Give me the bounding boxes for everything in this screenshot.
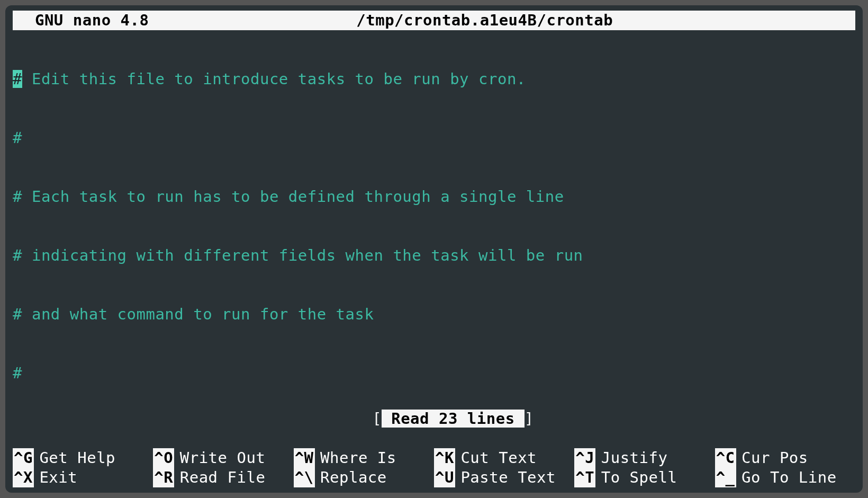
shortcut-go-to-line[interactable]: ^_Go To Line <box>715 468 855 487</box>
titlebar-right <box>820 11 852 30</box>
keycap: ^R <box>153 468 174 487</box>
shortcut-read-file[interactable]: ^RRead File <box>153 468 293 487</box>
keycap: ^W <box>294 448 315 468</box>
editor-line: # Each task to run has to be defined thr… <box>13 187 855 207</box>
keycap: ^G <box>13 448 34 468</box>
shortcut-to-spell[interactable]: ^TTo Spell <box>574 468 715 487</box>
shortcut-cut-text[interactable]: ^KCut Text <box>434 448 574 468</box>
keycap: ^K <box>434 448 455 468</box>
shortcut-paste-text[interactable]: ^UPaste Text <box>434 468 574 487</box>
shortcut-justify[interactable]: ^JJustify <box>574 448 715 468</box>
app-name: GNU nano 4.8 <box>16 11 149 30</box>
shortcut-label: Replace <box>320 468 387 487</box>
shortcut-bar-row-2: ^XExit ^RRead File ^\Replace ^UPaste Tex… <box>13 468 855 487</box>
shortcut-get-help[interactable]: ^GGet Help <box>13 448 153 468</box>
shortcut-label: Cut Text <box>460 448 537 468</box>
keycap: ^\ <box>294 468 315 487</box>
shortcut-label: Go To Line <box>742 468 837 487</box>
editor-line: # <box>13 363 855 383</box>
shortcut-label: Justify <box>601 448 668 468</box>
shortcut-exit[interactable]: ^XExit <box>13 468 153 487</box>
editor-line: Edit this file to introduce tasks to be … <box>22 70 526 88</box>
keycap: ^J <box>574 448 595 468</box>
shortcut-replace[interactable]: ^\Replace <box>294 468 434 487</box>
shortcut-label: Read File <box>180 468 266 487</box>
shortcut-label: Exit <box>39 468 77 487</box>
shortcut-where-is[interactable]: ^WWhere Is <box>294 448 434 468</box>
shortcut-label: Cur Pos <box>742 448 808 468</box>
editor-area[interactable]: # Edit this file to introduce tasks to b… <box>13 30 855 389</box>
status-message: Read 23 lines <box>382 410 524 428</box>
text-cursor: # <box>13 70 22 88</box>
keycap: ^O <box>153 448 174 468</box>
keycap: ^X <box>13 468 34 487</box>
shortcut-write-out[interactable]: ^OWrite Out <box>153 448 293 468</box>
file-path: /tmp/crontab.a1eu4B/crontab <box>149 11 820 30</box>
shortcut-label: Paste Text <box>460 468 556 487</box>
keycap: ^T <box>574 468 595 487</box>
editor-line: # indicating with different fields when … <box>13 246 855 265</box>
status-bar: [ Read 23 lines ] <box>13 389 855 448</box>
shortcut-label: Get Help <box>39 448 115 468</box>
keycap: ^U <box>434 468 455 487</box>
shortcut-bar-row-1: ^GGet Help ^OWrite Out ^WWhere Is ^KCut … <box>13 448 855 468</box>
editor-line: # <box>13 128 855 148</box>
editor-titlebar: GNU nano 4.8 /tmp/crontab.a1eu4B/crontab <box>13 11 855 30</box>
keycap: ^_ <box>715 468 736 487</box>
shortcut-cur-pos[interactable]: ^CCur Pos <box>715 448 855 468</box>
keycap: ^C <box>715 448 736 468</box>
shortcut-label: Where Is <box>320 448 396 468</box>
editor-line: # and what command to run for the task <box>13 305 855 324</box>
shortcut-label: Write Out <box>180 448 266 468</box>
terminal-window: GNU nano 4.8 /tmp/crontab.a1eu4B/crontab… <box>5 5 863 493</box>
shortcut-label: To Spell <box>601 468 677 487</box>
